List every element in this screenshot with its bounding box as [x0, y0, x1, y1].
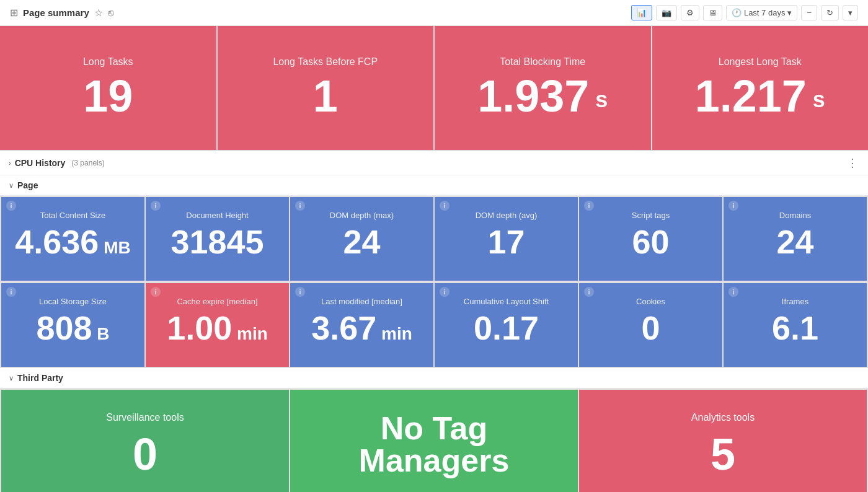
topbar-left: ⊞ Page summary ☆ ⎋ [10, 7, 114, 19]
page-panel: i Last modified [median] 3.67 min [290, 283, 433, 367]
panel-title: Cache expire [median] [177, 297, 257, 306]
panel-info-icon: i [440, 287, 450, 297]
page-panel: i Total Content Size 4.636 MB [1, 197, 144, 281]
page-panel: i Cache expire [median] 1.00 min [146, 283, 289, 367]
panel-value: 24 [343, 225, 380, 258]
page-panels-row2: i Local Storage Size 808 B i Cache expir… [0, 282, 868, 368]
page-panel: i Script tags 60 [579, 197, 722, 281]
page-panel: i Document Height 31845 [146, 197, 289, 281]
third-party-card: Analytics tools 5 [579, 390, 867, 492]
share-icon[interactable]: ⎋ [108, 7, 114, 19]
monitor-button[interactable]: 🖥 [703, 5, 722, 20]
panel-info-icon: i [440, 201, 450, 211]
third-party-section[interactable]: ∨ Third Party [0, 368, 868, 389]
panel-value: 808 B [36, 311, 109, 345]
page-title: Page summary [23, 7, 89, 18]
chart-button[interactable]: 📊 [631, 5, 652, 20]
monitor-icon: 🖥 [709, 8, 717, 17]
panel-value: 0.17 [474, 311, 539, 345]
tp-card-value: No Tag Managers [303, 412, 565, 477]
hero-card: Long Tasks 19 [0, 26, 216, 150]
panel-info-icon: i [584, 287, 594, 297]
topbar: ⊞ Page summary ☆ ⎋ 📊 📷 ⚙ 🖥 🕐 Last 7 days… [0, 0, 868, 26]
panel-info-icon: i [6, 201, 16, 211]
panel-value: 3.67 min [311, 311, 412, 345]
panel-info-icon: i [295, 201, 305, 211]
panel-title: Last modified [median] [321, 297, 402, 306]
hero-card: Long Tasks Before FCP 1 [218, 26, 434, 150]
panel-value: 4.636 MB [15, 225, 130, 258]
panel-value: 60 [632, 225, 669, 258]
panel-info-icon: i [151, 201, 161, 211]
gear-button[interactable]: ⚙ [681, 5, 699, 20]
cpu-collapse-arrow: › [9, 159, 11, 167]
panel-title: Script tags [632, 211, 670, 220]
panel-title: Cookies [636, 297, 665, 306]
third-party-card: No Tag Managers [290, 390, 578, 492]
page-panel: i Cookies 0 [579, 283, 722, 367]
panel-title: DOM depth (avg) [476, 211, 538, 220]
chevron-down-icon: ▾ [787, 8, 792, 17]
hero-card-title: Total Blocking Time [500, 56, 585, 68]
refresh-icon: ↻ [826, 8, 833, 17]
panel-value: 1.00 min [167, 311, 268, 345]
panel-info-icon: i [6, 287, 16, 297]
hero-card: Total Blocking Time 1.937 s [435, 26, 651, 150]
hero-card-title: Long Tasks [83, 56, 133, 68]
cpu-section-label: CPU History [15, 158, 66, 168]
page-panel: i Iframes 6.1 [724, 283, 867, 367]
grid-icon[interactable]: ⊞ [10, 7, 18, 19]
time-range-label: Last 7 days [744, 8, 786, 17]
panel-value: 6.1 [772, 311, 818, 345]
hero-card: Longest Long Task 1.217 s [652, 26, 869, 150]
more-icon: ▾ [848, 8, 852, 17]
page-panel: i Domains 24 [724, 197, 867, 281]
cpu-history-section[interactable]: › CPU History (3 panels) ⋮ [0, 151, 868, 175]
star-icon[interactable]: ☆ [94, 7, 103, 19]
third-party-grid: Surveillance tools 0 No Tag Managers Ana… [0, 389, 868, 492]
camera-icon: 📷 [662, 8, 671, 17]
hero-card-value: 1.937 s [477, 74, 608, 118]
gear-icon: ⚙ [686, 8, 694, 17]
hero-card-value: 1 [313, 74, 338, 118]
panel-info-icon: i [151, 287, 161, 297]
tp-card-value: 5 [711, 432, 735, 477]
panel-title: Domains [779, 211, 811, 220]
cpu-more-dots[interactable]: ⋮ [847, 156, 859, 170]
third-party-card: Surveillance tools 0 [1, 390, 289, 492]
topbar-right: 📊 📷 ⚙ 🖥 🕐 Last 7 days ▾ − ↻ [631, 5, 858, 20]
panel-info-icon: i [295, 287, 305, 297]
more-button[interactable]: ▾ [843, 5, 858, 20]
panel-value: 24 [776, 225, 813, 258]
time-range-button[interactable]: 🕐 Last 7 days ▾ [726, 5, 798, 20]
page-panel: i Local Storage Size 808 B [1, 283, 144, 367]
zoom-out-button[interactable]: − [801, 5, 817, 20]
tp-card-title: Surveillance tools [106, 412, 184, 423]
third-party-collapse-arrow: ∨ [9, 374, 14, 382]
cpu-section-sub: (3 panels) [71, 159, 104, 167]
panel-info-icon: i [728, 287, 738, 297]
page-section[interactable]: ∨ Page [0, 175, 868, 196]
camera-button[interactable]: 📷 [656, 5, 677, 20]
tp-card-title: Analytics tools [691, 412, 755, 423]
panel-title: DOM depth (max) [330, 211, 394, 220]
hero-card-value: 19 [83, 74, 133, 118]
page-collapse-arrow: ∨ [9, 182, 14, 190]
panel-value: 17 [487, 225, 525, 258]
page-panel: i Cumulative Layout Shift 0.17 [435, 283, 578, 367]
page-section-label: Page [17, 180, 38, 190]
panel-title: Iframes [782, 297, 808, 306]
panel-title: Document Height [186, 211, 248, 220]
hero-row: Long Tasks 19 Long Tasks Before FCP 1 To… [0, 26, 868, 151]
tp-card-value: 0 [133, 432, 157, 477]
panel-title: Total Content Size [40, 211, 106, 220]
panel-value: 31845 [170, 225, 264, 258]
third-party-section-label: Third Party [17, 373, 63, 383]
hero-card-title: Longest Long Task [719, 56, 802, 68]
page-panel: i DOM depth (avg) 17 [435, 197, 578, 281]
chart-icon: 📊 [637, 8, 647, 17]
refresh-button[interactable]: ↻ [821, 5, 839, 20]
page-panels-row1: i Total Content Size 4.636 MB i Document… [0, 196, 868, 282]
minus-icon: − [807, 8, 812, 17]
panel-info-icon: i [584, 201, 594, 211]
